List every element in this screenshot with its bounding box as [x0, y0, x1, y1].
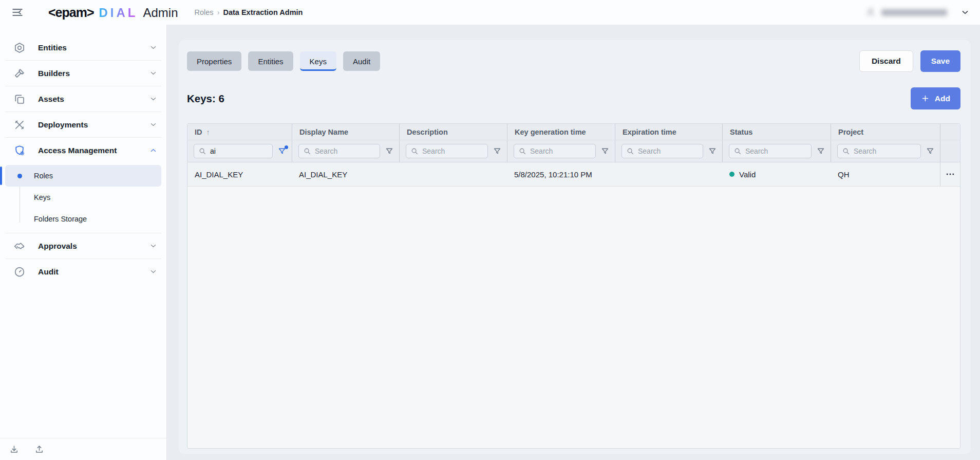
description-filter-input[interactable]: [422, 147, 483, 155]
top-header: <epam> DIAL Admin Roles › Data Extractio…: [0, 0, 980, 25]
display-name-search-box: [298, 144, 380, 158]
deployments-tools-icon: [13, 119, 26, 131]
discard-button[interactable]: Discard: [859, 50, 913, 72]
sidebar-subitem-folders-storage[interactable]: Folders Storage: [5, 208, 161, 230]
table-row[interactable]: AI_DIAL_KEY AI_DIAL_KEY 5/8/2025, 10:21:…: [187, 162, 960, 187]
search-icon: [627, 148, 634, 155]
cell-actions: [940, 162, 960, 186]
ellipsis-icon: [945, 169, 955, 179]
add-button-label: Add: [935, 94, 950, 103]
user-menu-chevron-button[interactable]: [960, 8, 970, 17]
status-search-box: [729, 144, 812, 158]
display-name-filter-input[interactable]: [315, 147, 375, 155]
sidebar-item-deployments[interactable]: Deployments: [0, 112, 166, 137]
tab-properties[interactable]: Properties: [187, 51, 241, 71]
plus-icon: [921, 94, 930, 103]
column-header-id[interactable]: ID ↑: [187, 124, 292, 140]
column-header-display-name[interactable]: Display Name: [292, 124, 399, 140]
admin-logo-suffix: Admin: [143, 6, 178, 20]
status-valid-dot: [729, 172, 734, 177]
breadcrumb-parent-link[interactable]: Roles: [195, 8, 214, 16]
sidebar-item-label: Entities: [38, 43, 67, 52]
sidebar-subitem-keys[interactable]: Keys: [5, 187, 161, 208]
sidebar-subitem-label: Folders Storage: [34, 215, 87, 223]
download-icon: [9, 444, 20, 455]
content-card: Properties Entities Keys Audit Discard S…: [179, 40, 971, 454]
sidebar-item-access-management[interactable]: Access Management: [0, 138, 166, 163]
expiration-time-filter-funnel-button[interactable]: [707, 146, 718, 156]
chevron-down-icon: [960, 8, 970, 17]
status-filter-funnel-button[interactable]: [816, 146, 826, 156]
project-filter-funnel-button[interactable]: [925, 146, 935, 156]
chevron-down-icon: [149, 242, 157, 250]
cell-status: Valid: [722, 162, 831, 186]
funnel-icon: [601, 147, 609, 155]
chevron-down-icon: [149, 69, 157, 77]
filter-cell-display-name: [292, 140, 399, 162]
column-header-expiration-time[interactable]: Expiration time: [615, 124, 722, 140]
entities-hexagon-icon: [13, 42, 26, 54]
save-button[interactable]: Save: [920, 50, 960, 72]
body-row: Entities Builders: [0, 25, 980, 460]
epam-logo: <epam>: [48, 5, 94, 20]
user-name-blurred: [881, 9, 947, 16]
sidebar-item-assets[interactable]: Assets: [0, 86, 166, 112]
collapse-sidebar-button[interactable]: [8, 3, 27, 22]
cell-expiration-time: [615, 162, 722, 186]
sidebar-subitem-roles[interactable]: Roles: [5, 165, 161, 187]
filter-cell-actions: [940, 140, 960, 162]
filter-cell-key-generation-time: [507, 140, 615, 162]
project-filter-input[interactable]: [854, 147, 916, 155]
app-logo: <epam> DIAL Admin: [48, 5, 178, 20]
expiration-time-search-box: [621, 144, 703, 158]
column-header-key-generation-time[interactable]: Key generation time: [507, 124, 615, 140]
id-filter-funnel-button[interactable]: [277, 146, 287, 156]
sidebar-item-approvals[interactable]: Approvals: [0, 233, 166, 259]
chevron-down-icon: [149, 121, 157, 128]
tab-audit[interactable]: Audit: [343, 51, 380, 71]
active-item-dot: [17, 174, 22, 178]
dial-logo: DIAL: [99, 6, 138, 20]
column-header-project[interactable]: Project: [831, 124, 940, 140]
sidebar-item-entities[interactable]: Entities: [0, 35, 166, 60]
column-header-status[interactable]: Status: [722, 124, 831, 140]
sidebar-item-builders[interactable]: Builders: [0, 61, 166, 86]
search-icon: [199, 148, 206, 155]
tab-keys[interactable]: Keys: [300, 51, 336, 71]
project-search-box: [837, 144, 921, 158]
description-filter-funnel-button[interactable]: [492, 146, 502, 156]
cell-key-generation-time: 5/8/2025, 10:21:10 PM: [507, 162, 615, 186]
column-label: ID: [195, 128, 202, 136]
key-generation-time-filter-input[interactable]: [530, 147, 591, 155]
key-generation-time-filter-funnel-button[interactable]: [600, 146, 610, 156]
search-icon: [734, 148, 741, 155]
sidebar-footer: [0, 438, 166, 460]
export-download-button[interactable]: [9, 444, 20, 455]
sidebar-item-label: Access Management: [38, 146, 117, 155]
detail-tabs: Properties Entities Keys Audit: [187, 51, 380, 71]
page-title: Keys: 6: [187, 93, 224, 105]
upload-icon: [34, 444, 45, 455]
user-menu-blurred[interactable]: [865, 7, 947, 18]
import-upload-button[interactable]: [34, 444, 45, 455]
funnel-icon: [926, 147, 934, 155]
id-filter-input[interactable]: [210, 147, 268, 155]
expiration-time-filter-input[interactable]: [638, 147, 698, 155]
sidebar-item-audit[interactable]: Audit: [0, 259, 166, 284]
add-key-button[interactable]: Add: [911, 87, 960, 109]
column-header-actions: [940, 124, 960, 140]
column-label: Status: [730, 128, 752, 136]
sidebar-nav: Entities Builders: [0, 25, 167, 460]
display-name-filter-funnel-button[interactable]: [384, 146, 394, 156]
heading-row: Keys: 6 Add: [187, 87, 960, 109]
row-actions-menu-button[interactable]: [940, 162, 960, 186]
status-filter-input[interactable]: [745, 147, 806, 155]
sidebar-item-label: Deployments: [38, 120, 88, 130]
chevron-up-icon: [149, 146, 157, 154]
column-header-description[interactable]: Description: [399, 124, 507, 140]
tab-entities[interactable]: Entities: [248, 51, 293, 71]
audit-gauge-icon: [13, 266, 26, 278]
column-label: Display Name: [299, 128, 348, 136]
sidebar-subitem-label: Keys: [34, 193, 50, 201]
breadcrumb-separator: ›: [217, 8, 220, 16]
